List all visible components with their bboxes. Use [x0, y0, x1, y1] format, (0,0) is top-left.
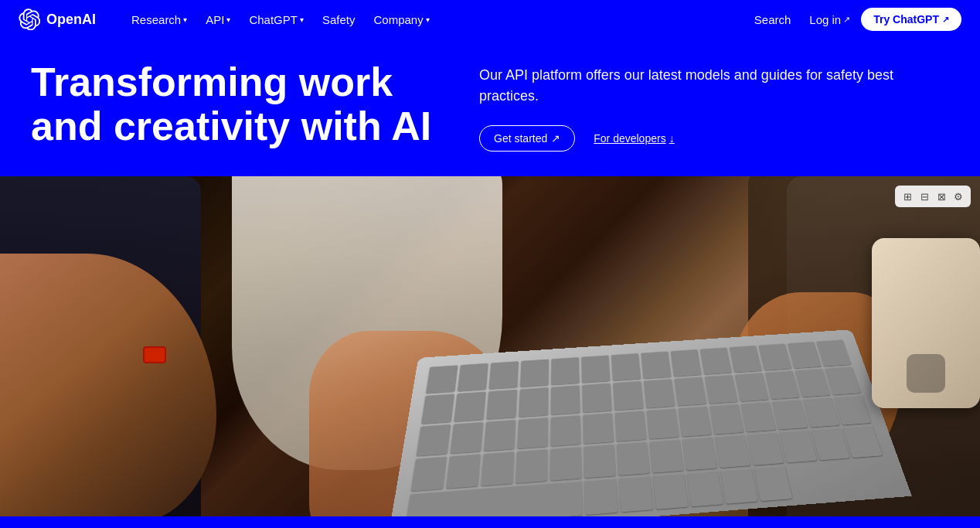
chatgpt-chevron-icon: ▾	[300, 15, 304, 24]
research-chevron-icon: ▾	[183, 15, 187, 24]
hero-left: Transforming work and creativity with AI	[31, 60, 433, 148]
for-developers-button[interactable]: For developers ↓	[594, 132, 674, 145]
nav-links: Research ▾ API ▾ ChatGPT ▾ Safety Compan…	[124, 9, 747, 31]
for-devs-arrow-icon: ↓	[669, 132, 675, 145]
watch-left	[143, 346, 166, 363]
brand-name: OpenAI	[46, 12, 96, 28]
toolbar-icon-4[interactable]: ⚙	[951, 189, 966, 204]
hero-description: Our API platform offers our latest model…	[479, 65, 912, 107]
hero-image-section: ⊞ ⊟ ⊠ ⚙	[0, 176, 980, 516]
image-toolbar: ⊞ ⊟ ⊠ ⚙	[895, 186, 971, 207]
hero-image	[0, 176, 980, 516]
nav-company[interactable]: Company ▾	[366, 9, 437, 31]
toolbar-icon-3[interactable]: ⊠	[934, 189, 949, 204]
nav-chatgpt[interactable]: ChatGPT ▾	[241, 9, 311, 31]
get-started-arrow-icon: ↗	[551, 132, 560, 145]
openai-logo-icon	[19, 9, 40, 30]
toolbar-icon-1[interactable]: ⊞	[900, 189, 915, 204]
nav-research[interactable]: Research ▾	[124, 9, 195, 31]
get-started-button[interactable]: Get started ↗	[479, 125, 575, 152]
nav-api[interactable]: API ▾	[198, 9, 238, 31]
hero-right: Our API platform offers our latest model…	[479, 60, 949, 152]
laptop-keyboard	[405, 339, 894, 516]
phone-camera-area	[907, 354, 945, 393]
hero-section: Transforming work and creativity with AI…	[0, 39, 980, 176]
api-chevron-icon: ▾	[226, 15, 230, 24]
hero-actions: Get started ↗ For developers ↓	[479, 125, 949, 152]
nav-right: Search Log in ↗ Try ChatGPT ↗	[747, 8, 961, 31]
search-button[interactable]: Search	[747, 9, 799, 31]
toolbar-icon-2[interactable]: ⊟	[917, 189, 932, 204]
try-chatgpt-button[interactable]: Try ChatGPT ↗	[861, 8, 961, 31]
login-arrow-icon: ↗	[843, 15, 850, 25]
laptop	[388, 329, 912, 516]
navbar: OpenAI Research ▾ API ▾ ChatGPT ▾ Safety…	[0, 0, 980, 39]
company-chevron-icon: ▾	[426, 15, 430, 24]
login-button[interactable]: Log in ↗	[801, 9, 858, 31]
nav-safety[interactable]: Safety	[315, 9, 363, 31]
phone-device	[872, 238, 980, 408]
try-arrow-icon: ↗	[942, 15, 949, 25]
logo-link[interactable]: OpenAI	[19, 9, 96, 30]
hero-title: Transforming work and creativity with AI	[31, 60, 433, 148]
